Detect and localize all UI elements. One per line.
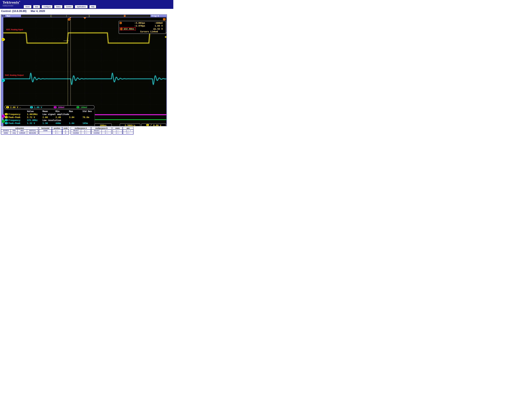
measurement-min: 2.48 xyxy=(56,116,69,118)
scope-status-bar: Tek Run T Trig'd xyxy=(1,14,167,17)
down-arrow-fine-icon: ▼ xyxy=(117,132,118,134)
logo-text: Tektronix® xyxy=(3,1,20,4)
down-arrow-icon: ▼ xyxy=(105,132,106,134)
delta-time-highlight: b Δ32.60ns xyxy=(120,27,136,31)
measurement-std: 78.8m xyxy=(83,116,94,118)
cursor-delta-row: b Δ32.60ns Δ1.52 V xyxy=(120,27,165,30)
nav-control-button[interactable]: Control xyxy=(64,5,73,8)
zoom-in-button[interactable]: ▲ ▲ ·· xyxy=(113,130,122,132)
multipurpose-b-up-button[interactable]: ▲ ▲ ·· xyxy=(102,130,111,132)
channel-4-pill[interactable]: 4 xyxy=(76,106,79,108)
trigger-state-label: Trig'd xyxy=(152,15,159,17)
nav-help-button[interactable]: Help xyxy=(89,5,96,8)
zoom-out-button[interactable]: ▼ ▼ ·· xyxy=(113,132,122,134)
cursor-b-row: −2.970µs 1.04 V xyxy=(120,24,165,27)
channel-2-annotation: DAC Analog Output xyxy=(5,74,24,76)
fine-dots-icon: ·· xyxy=(58,130,59,131)
up-arrow-fine-icon: ▲ xyxy=(106,130,107,131)
measurement-note: Low resolution xyxy=(42,119,94,121)
channel-4-scale: 100mV xyxy=(81,106,94,109)
nav-configure-button[interactable]: Configure xyxy=(42,5,52,8)
trigger-slope-icon xyxy=(150,124,152,126)
delta-voltage-value: Δ1.52 V xyxy=(145,27,165,30)
down-arrow-fine-icon: ▼ xyxy=(57,132,58,134)
fine-dots-icon: ·· xyxy=(108,130,109,131)
down-arrow-icon: ▼ xyxy=(126,132,128,134)
acq-button[interactable]: ACQ xyxy=(11,132,17,134)
pan-group-title: pan xyxy=(123,127,133,130)
up-arrow-icon: ▲ xyxy=(126,130,127,131)
nav-home-button[interactable]: Home xyxy=(24,5,31,8)
subsystem-group-title: subsystem xyxy=(1,127,38,130)
multipurpose-b-down-button[interactable]: ▼ ▼ ·· xyxy=(102,132,111,134)
scale-down-button[interactable]: ▼ xyxy=(62,132,69,134)
tektronix-logo: Tektronix® Enabling Innovation xyxy=(3,1,20,6)
horiz-button[interactable]: HORIZ xyxy=(1,132,11,134)
up-arrow-icon: ▲ xyxy=(55,130,57,131)
scale-up-button[interactable]: ▲ xyxy=(62,130,69,132)
logo-tagline: Enabling Innovation xyxy=(3,5,20,6)
fine-dots-icon: ·· xyxy=(58,132,59,134)
multipurpose-b-group: multipurpose B SELECT ▲ ▲ ·· COARSE ▼ ▼ … xyxy=(91,127,111,134)
multipurpose-a-select-button[interactable]: SELECT xyxy=(71,130,81,132)
measurement-table: Value Mean Min Max Std Dev 1 Frequency 1… xyxy=(4,109,95,126)
timeline-right-bracket[interactable] xyxy=(88,15,89,17)
trigger-level-arrow-icon xyxy=(165,36,166,38)
multipurpose-a-title: multipurpose A xyxy=(71,127,91,130)
timeline-trigger-icon: T xyxy=(124,15,125,17)
position-group-title: position xyxy=(52,127,62,130)
multipurpose-a-coarse-button[interactable]: COARSE xyxy=(71,132,81,134)
channel-1-annotation: ADC Analog Input xyxy=(6,28,23,31)
measurement-name: Frequency xyxy=(8,119,27,121)
timebase-readout: 200ns xyxy=(95,123,112,126)
position-down-button[interactable]: ▼ ▼ ·· xyxy=(52,132,62,134)
measurement-row: 1 Frequency 1.001MHz Low signal amplitud… xyxy=(4,113,95,116)
nav-applications-button[interactable]: Applications xyxy=(75,5,87,8)
cursor-a-line[interactable] xyxy=(68,18,68,105)
trigger-source-pill: 1 xyxy=(146,124,149,126)
channel-2-pill[interactable]: 2 xyxy=(30,106,33,108)
measurement-row: 1 Peak-Peak 2.72 V 2.66 2.48 3.04 78.8m xyxy=(4,116,95,119)
nav-status-button[interactable]: Status xyxy=(54,5,62,8)
pan-group: pan ▲ ▲ ·· ■ ▼ ▼ ·· xyxy=(123,127,134,134)
multipurpose-a-up-button[interactable]: ▲ ▲ ·· xyxy=(81,130,91,132)
measurement-name: Peak-Peak xyxy=(8,122,27,125)
position-up-button[interactable]: ▲ ▲ ·· xyxy=(52,130,62,132)
down-arrow-icon: ▼ xyxy=(115,132,117,134)
measurement-value: 1.32 V xyxy=(27,122,42,125)
down-arrow-fine-icon: ▼ xyxy=(106,132,107,134)
horizontal-zoom-button[interactable]: ZOOM xyxy=(39,130,51,132)
subsystem-group: subsystem SEARCH TRIG MISC VERTICAL HORI… xyxy=(1,127,38,134)
up-arrow-icon: ▲ xyxy=(65,130,66,131)
channel-scale-bar: 1 2.00 V∼ 2 1.00 V 3 100mV 4 100mV xyxy=(5,105,94,109)
search-button[interactable]: SEARCH xyxy=(1,130,11,132)
trig-button[interactable]: TRIG xyxy=(11,130,17,132)
ac-coupling-icon: ∼ xyxy=(19,106,21,108)
col-min: Min xyxy=(56,110,69,113)
pan-up-button[interactable]: ▲ ▲ ·· ■ xyxy=(123,130,133,132)
vertical-button[interactable]: VERTICAL xyxy=(27,130,38,132)
multipurpose-a-down-button[interactable]: ▼ ▼ ·· xyxy=(81,132,91,134)
pan-down-button[interactable]: ▼ ▼ ·· xyxy=(123,132,133,134)
cursor-b-voltage: 1.04 V xyxy=(145,25,165,27)
nav-data-button[interactable]: Data xyxy=(33,5,40,8)
up-arrow-fine-icon: ▲ xyxy=(127,130,128,131)
multipurpose-b-coarse-button[interactable]: COARSE xyxy=(92,132,101,134)
trigger-indicator-icon: T xyxy=(163,18,165,20)
channel-3-scale: 100mV xyxy=(58,106,75,109)
fine-dots-icon: ·· xyxy=(118,130,119,131)
record-view-timeline[interactable]: T xyxy=(21,15,150,17)
col-value: Value xyxy=(27,110,42,113)
channel-1-pill: 1 xyxy=(5,113,8,115)
up-arrow-icon: ▲ xyxy=(115,130,117,131)
channel-3-pill[interactable]: 3 xyxy=(54,106,57,108)
misc-button[interactable]: MISC xyxy=(18,130,27,132)
channel-1-pill[interactable]: 1 xyxy=(6,106,9,108)
multipurpose-b-select-button[interactable]: SELECT xyxy=(92,130,101,132)
cursor-crosshair-mark xyxy=(64,41,69,41)
timeline-left-bracket[interactable] xyxy=(51,15,52,17)
cursor-button[interactable]: CURSOR xyxy=(18,132,27,134)
tek-brand-label: Tek xyxy=(1,14,5,17)
measure-button[interactable]: MEASURE xyxy=(27,132,38,134)
remote-control-panel: subsystem SEARCH TRIG MISC VERTICAL HORI… xyxy=(1,127,134,134)
